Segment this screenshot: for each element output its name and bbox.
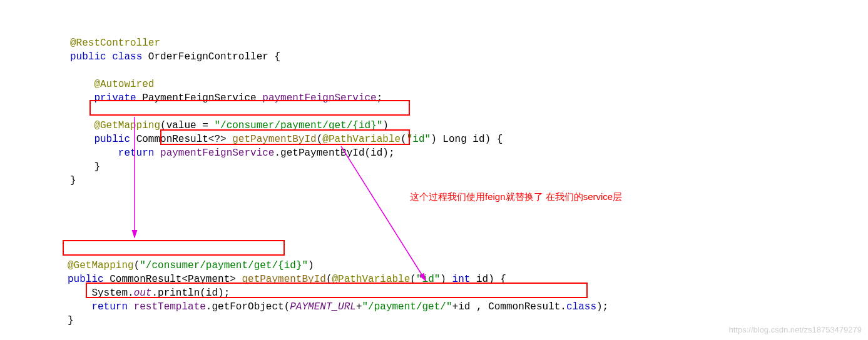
get-mapping-annotation: @GetMapping	[94, 120, 160, 131]
autowired-annotation: @Autowired	[94, 79, 154, 90]
method-name: getPaymentById	[232, 134, 316, 145]
class-keyword: class	[112, 51, 142, 62]
mapping-url: "/consumer/payment/get/{id}"	[214, 120, 382, 131]
class-name: OrderFeignController	[148, 51, 268, 62]
payment-url-constant: PAYMENT_URL	[290, 301, 356, 312]
code-block-upper: @RestController public class OrderFeignC…	[70, 22, 503, 188]
code-block-lower: @GetMapping("/consumer/payment/get/{id}"…	[68, 245, 608, 328]
service-field-call: paymentFeignService	[160, 148, 274, 159]
get-mapping-annotation-2: @GetMapping	[68, 260, 134, 271]
service-field: paymentFeignService	[262, 92, 376, 104]
private-keyword: private	[94, 92, 136, 104]
watermark: https://blog.csdn.net/zs18753479279	[729, 323, 862, 337]
rest-template-field: restTemplate	[134, 301, 206, 312]
explanation-comment: 这个过程我们使用feign就替换了 在我们的service层	[410, 176, 622, 204]
mapping-url-2: "/consumer/payment/get/{id}"	[140, 260, 308, 271]
system-out: out	[134, 288, 152, 299]
rest-controller-annotation: @RestController	[70, 38, 160, 49]
public-keyword: public	[70, 51, 106, 62]
